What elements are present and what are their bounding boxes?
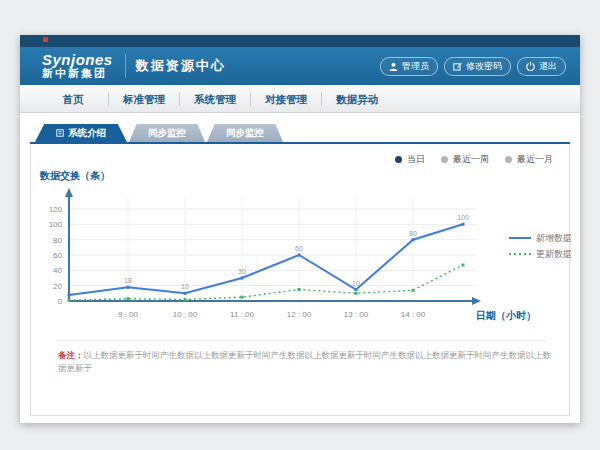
svg-text:14 : 00: 14 : 00 <box>401 310 426 319</box>
footnote: 备注：以上数据更新于时间产生数据以上数据更新于时间产生数据以上数据更新于时间产生… <box>58 349 551 375</box>
svg-text:100: 100 <box>457 214 469 221</box>
svg-text:120: 120 <box>49 205 63 214</box>
svg-text:20: 20 <box>53 282 62 291</box>
app-header: Synjones 新中新集团 数据资源中心 管理员 修改密码 退出 <box>20 47 580 85</box>
page-title: 数据资源中心 <box>136 57 226 75</box>
svg-text:9 : 00: 9 : 00 <box>118 310 139 319</box>
app-window: Synjones 新中新集团 数据资源中心 管理员 修改密码 退出 <box>20 35 580 423</box>
line-chart: 0204060801001209 : 0010 : 0011 : 0012 : … <box>31 150 571 340</box>
svg-text:新增数据: 新增数据 <box>536 233 571 243</box>
power-icon <box>526 62 535 71</box>
tab-label: 同步监控 <box>148 127 186 140</box>
svg-text:80: 80 <box>53 236 62 245</box>
admin-user-label: 管理员 <box>402 60 429 73</box>
svg-text:日期（小时）: 日期（小时） <box>476 310 536 321</box>
document-icon <box>56 128 64 139</box>
main-nav: 首页 标准管理 系统管理 对接管理 数据异动 <box>20 85 580 113</box>
svg-text:30: 30 <box>238 268 246 275</box>
change-password-button[interactable]: 修改密码 <box>444 57 511 76</box>
svg-text:10 : 00: 10 : 00 <box>173 310 198 319</box>
tab-label: 同步监控 <box>226 127 264 140</box>
admin-user-button[interactable]: 管理员 <box>380 57 438 76</box>
logo-red-dot-icon <box>43 37 48 42</box>
svg-text:13 : 00: 13 : 00 <box>344 310 369 319</box>
tab-label: 系统介绍 <box>68 127 106 140</box>
logo-subtext: 新中新集团 <box>42 68 113 80</box>
svg-text:10: 10 <box>352 280 360 287</box>
svg-text:40: 40 <box>53 266 62 275</box>
svg-text:18: 18 <box>124 277 132 284</box>
user-icon <box>389 62 398 71</box>
svg-text:更新数据: 更新数据 <box>536 249 571 259</box>
svg-text:80: 80 <box>409 230 417 237</box>
chart-panel: 当日 最近一周 最近一月 数据交换（条） 0204060801001209 : … <box>30 144 570 416</box>
nav-item-system-mgmt[interactable]: 系统管理 <box>180 92 251 106</box>
top-strip <box>20 35 580 47</box>
svg-text:0: 0 <box>58 297 63 306</box>
svg-text:10: 10 <box>181 283 189 290</box>
footnote-prefix: 备注： <box>58 350 84 360</box>
logo-text: Synjones <box>42 52 113 68</box>
tab-sync-monitor-2[interactable]: 同步监控 <box>207 124 283 142</box>
svg-text:100: 100 <box>49 220 63 229</box>
change-password-label: 修改密码 <box>466 60 502 73</box>
note-divider <box>56 340 546 341</box>
footnote-text: 以上数据更新于时间产生数据以上数据更新于时间产生数据以上数据更新于时间产生数据以… <box>58 350 551 373</box>
svg-text:11 : 00: 11 : 00 <box>230 310 254 319</box>
logout-label: 退出 <box>539 60 557 73</box>
edit-icon <box>453 62 462 71</box>
brand-logo: Synjones 新中新集团 <box>42 52 113 79</box>
tab-system-intro[interactable]: 系统介绍 <box>35 124 127 142</box>
svg-text:12 : 00: 12 : 00 <box>287 310 312 319</box>
tab-sync-monitor-1[interactable]: 同步监控 <box>129 124 205 142</box>
header-actions: 管理员 修改密码 退出 <box>380 57 566 76</box>
header-divider <box>125 54 126 78</box>
nav-item-home[interactable]: 首页 <box>38 92 109 106</box>
page: Synjones 新中新集团 数据资源中心 管理员 修改密码 退出 <box>0 0 600 450</box>
nav-item-data-change[interactable]: 数据异动 <box>322 92 392 106</box>
svg-text:60: 60 <box>53 251 62 260</box>
nav-item-standard-mgmt[interactable]: 标准管理 <box>109 92 180 106</box>
nav-item-interface-mgmt[interactable]: 对接管理 <box>251 92 322 106</box>
tab-bar: 系统介绍 同步监控 同步监控 <box>35 124 283 142</box>
logout-button[interactable]: 退出 <box>517 57 566 76</box>
svg-text:60: 60 <box>295 245 303 252</box>
